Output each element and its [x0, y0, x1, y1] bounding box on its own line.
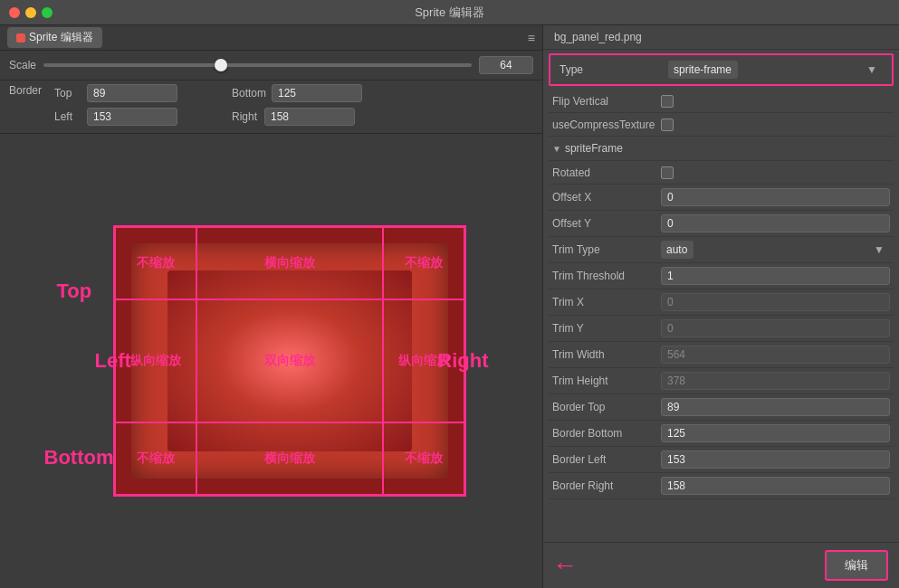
border-bottom-group: Bottom — [232, 84, 362, 102]
cell-top-right: 不缩放 — [383, 227, 464, 299]
trim-width-label: Trim Width — [552, 348, 661, 361]
nine-slice-grid: 不缩放 横向缩放 不缩放 纵向缩放 双向缩放 纵向缩放 不缩放 横向缩放 不缩放 — [113, 225, 466, 497]
border-top-group: Top — [54, 84, 177, 102]
right-label: Right — [437, 349, 488, 373]
scale-row: Scale — [0, 51, 542, 81]
offset-y-input[interactable] — [661, 214, 890, 232]
sprite-frame-section[interactable]: ▼ spriteFrame — [549, 137, 894, 161]
maximize-button[interactable] — [42, 7, 53, 18]
border-right-row: Border Right — [549, 473, 894, 499]
offset-x-row: Offset X — [549, 185, 894, 211]
left-arrow-icon: ← — [552, 551, 578, 580]
flip-vertical-label: Flip Vertical — [552, 95, 661, 108]
offset-y-row: Offset Y — [549, 211, 894, 237]
trim-x-label: Trim X — [552, 296, 661, 308]
border-top-row: Border Top — [549, 394, 894, 421]
trim-type-label: Trim Type — [552, 243, 661, 256]
border-top-prop-input[interactable] — [661, 398, 890, 416]
minimize-button[interactable] — [25, 7, 36, 18]
border-section: Border Top Bottom Left Right — [0, 81, 542, 134]
rotated-label: Rotated — [552, 166, 661, 179]
scale-slider-track[interactable] — [43, 63, 472, 67]
border-left-prop-input[interactable] — [661, 450, 890, 469]
sprite-editor-tab[interactable]: Sprite 编辑器 — [7, 27, 102, 48]
border-bottom-row: Border Bottom — [549, 421, 894, 447]
close-button[interactable] — [9, 7, 20, 18]
trim-threshold-row: Trim Threshold — [549, 263, 894, 289]
window-title: Sprite 编辑器 — [415, 5, 484, 21]
border-right-prop-input[interactable] — [661, 477, 890, 495]
border-left-row: Border Left — [549, 447, 894, 473]
bottom-area: ← 编辑 — [543, 542, 899, 588]
bottom-label: Bottom — [44, 446, 114, 469]
rotated-checkbox[interactable] — [661, 166, 674, 179]
tab-label: Sprite 编辑器 — [29, 30, 93, 45]
tab-menu-icon[interactable]: ≡ — [528, 31, 535, 45]
trim-y-row: Trim Y — [549, 316, 894, 342]
border-right-input[interactable] — [264, 108, 355, 126]
flip-vertical-row: Flip Vertical — [549, 90, 894, 113]
trim-threshold-input[interactable] — [661, 267, 890, 285]
type-select-arrow: ▼ — [866, 63, 877, 76]
trim-width-input — [661, 346, 890, 364]
cell-top-center: 横向缩放 — [196, 227, 383, 299]
trim-height-label: Trim Height — [552, 375, 661, 387]
type-select-wrapper: sprite-frame ▼ — [668, 61, 883, 79]
scale-input[interactable] — [479, 56, 533, 74]
main-layout: Sprite 编辑器 ≡ Scale Border Top — [0, 25, 899, 588]
trim-x-input — [661, 293, 890, 311]
trim-y-label: Trim Y — [552, 322, 661, 335]
trim-height-row: Trim Height — [549, 368, 894, 394]
use-compress-label: useCompressTexture — [552, 119, 661, 131]
border-left-right-row: Left Right — [9, 108, 533, 126]
trim-type-row: Trim Type auto ▼ — [549, 237, 894, 263]
cell-mid-center: 双向缩放 — [196, 299, 383, 422]
scale-label: Scale — [9, 59, 36, 71]
scale-slider-thumb[interactable] — [215, 59, 227, 71]
cell-bot-right: 不缩放 — [383, 422, 464, 495]
border-left-prop-label: Border Left — [552, 453, 661, 466]
titlebar: Sprite 编辑器 — [0, 0, 899, 25]
border-left-label: Left — [54, 110, 81, 123]
top-label: Top — [57, 280, 92, 303]
border-section-label: Border — [9, 84, 45, 102]
trim-type-arrow-icon: ▼ — [874, 243, 885, 256]
border-top-prop-label: Border Top — [552, 401, 661, 413]
window-controls — [9, 7, 53, 18]
border-right-label: Right — [232, 110, 259, 123]
type-select[interactable]: sprite-frame — [668, 61, 738, 79]
border-top-bottom-row: Border Top Bottom — [9, 84, 533, 102]
cell-bot-left: 不缩放 — [115, 422, 196, 495]
tab-icon — [16, 33, 25, 43]
border-bottom-prop-label: Border Bottom — [552, 427, 661, 440]
offset-x-label: Offset X — [552, 191, 661, 204]
trim-x-row: Trim X — [549, 289, 894, 316]
border-top-label: Top — [54, 87, 81, 100]
scale-slider-container — [43, 63, 472, 67]
file-name: bg_panel_red.png — [554, 31, 642, 43]
flip-vertical-checkbox[interactable] — [661, 95, 674, 108]
canvas-area: 不缩放 横向缩放 不缩放 纵向缩放 双向缩放 纵向缩放 不缩放 横向缩放 不缩放… — [0, 134, 542, 588]
border-bottom-input[interactable] — [272, 84, 362, 102]
offset-y-label: Offset Y — [552, 217, 661, 230]
use-compress-row: useCompressTexture — [549, 113, 894, 137]
border-left-group: Left — [54, 108, 177, 126]
cell-top-left: 不缩放 — [115, 227, 196, 299]
border-bottom-label: Bottom — [232, 87, 266, 100]
trim-threshold-label: Trim Threshold — [552, 270, 661, 282]
border-left-input[interactable] — [87, 108, 177, 126]
edit-button[interactable]: 编辑 — [825, 550, 888, 581]
border-bottom-prop-input[interactable] — [661, 424, 890, 442]
trim-y-input — [661, 319, 890, 337]
border-top-input[interactable] — [87, 84, 177, 102]
use-compress-checkbox[interactable] — [661, 119, 674, 131]
trim-width-row: Trim Width — [549, 342, 894, 368]
trim-type-select[interactable]: auto — [661, 241, 693, 259]
offset-x-input[interactable] — [661, 188, 890, 206]
left-label: Left — [95, 349, 131, 373]
border-right-group: Right — [232, 108, 355, 126]
type-label: Type — [559, 63, 668, 76]
left-panel: Sprite 编辑器 ≡ Scale Border Top — [0, 25, 543, 588]
sprite-frame-label: spriteFrame — [565, 142, 623, 155]
trim-height-input — [661, 372, 890, 390]
